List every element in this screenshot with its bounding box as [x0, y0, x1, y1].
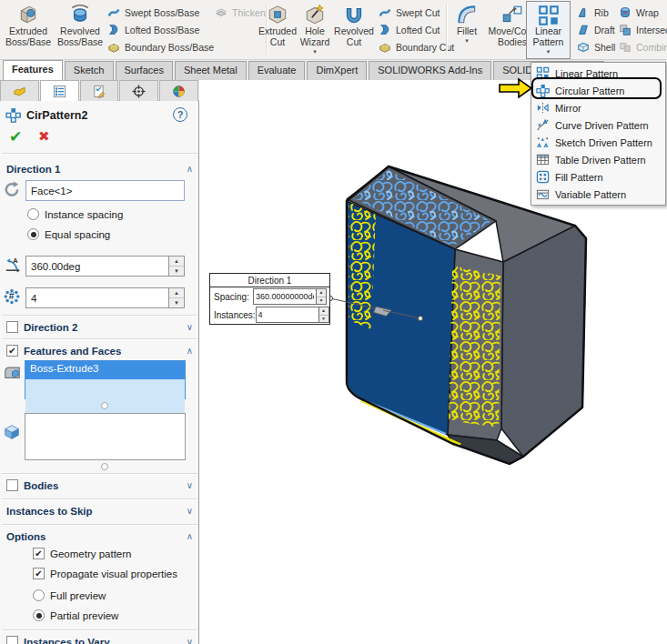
hole-wizard-button[interactable]: Hole Wizard ▾	[297, 2, 333, 58]
angle-input[interactable]	[25, 256, 169, 277]
spinner-down-icon[interactable]: ▼	[317, 297, 326, 305]
spinner-up-icon[interactable]: ▲	[169, 257, 184, 267]
spinner-up-icon[interactable]: ▲	[319, 307, 328, 316]
model-far-right-face[interactable]	[501, 226, 586, 457]
boundary-cut-button[interactable]: Boundary Cut	[379, 39, 454, 55]
features-faces-checkbox[interactable]: ✔	[6, 345, 18, 357]
ok-button[interactable]: ✔	[9, 127, 22, 146]
manager-tab-strip	[0, 80, 199, 101]
menu-item-variable-pattern[interactable]: Variable Pattern	[531, 186, 665, 203]
section-options[interactable]: Options ∧	[0, 528, 199, 545]
instance-count-input[interactable]	[25, 287, 169, 308]
list-resize-handle[interactable]	[101, 402, 108, 409]
menu-item-linear-pattern[interactable]: Linear Pattern	[531, 65, 665, 82]
section-instances-to-skip[interactable]: Instances to Skip ∨	[0, 502, 199, 519]
faces-to-pattern-list[interactable]	[25, 413, 186, 460]
section-instances-to-vary[interactable]: Instances to Vary ∨	[0, 633, 199, 644]
linear-pattern-button-pressed[interactable]: Linear Pattern ▾	[526, 1, 571, 59]
section-features-and-faces[interactable]: ✔ Features and Faces ∧	[0, 342, 199, 359]
revolved-cut-button[interactable]: Revolved Cut	[333, 2, 375, 58]
full-preview-option[interactable]: Full preview	[33, 589, 106, 601]
extruded-cut-button[interactable]: Extruded Cut	[257, 2, 298, 58]
propagate-visual-properties-checkbox[interactable]: ✔	[33, 568, 45, 579]
linear-pattern-dropdown-icon[interactable]: ▾	[527, 48, 570, 55]
partial-preview-option[interactable]: Partial preview	[33, 609, 118, 621]
propagate-visual-properties-option[interactable]: ✔ Propagate visual properties	[33, 568, 177, 579]
spinner-up-icon[interactable]: ▲	[169, 288, 184, 298]
spinner-up-icon[interactable]: ▲	[317, 289, 326, 297]
spinner-down-icon[interactable]: ▼	[169, 267, 184, 276]
callout-spacing-spinner[interactable]: ▲ ▼	[316, 289, 326, 304]
list-item-selected[interactable]: Boss-Extrude3	[25, 361, 185, 379]
callout-spacing-label: Spacing:	[214, 292, 249, 302]
angle-spinner[interactable]: ▲ ▼	[169, 256, 185, 277]
section-direction2[interactable]: Direction 2 ∨	[0, 318, 199, 336]
tab-sheet-metal[interactable]: Sheet Metal	[175, 61, 247, 80]
equal-spacing-radio[interactable]	[27, 228, 39, 240]
divider	[2, 629, 197, 630]
tab-evaluate[interactable]: Evaluate	[248, 61, 306, 80]
intersect-button[interactable]: Intersect	[619, 22, 667, 37]
tab-features[interactable]: Features	[3, 60, 63, 80]
section-direction1[interactable]: Direction 1 ∧	[0, 160, 199, 177]
tab-solidworks-add-ins[interactable]: SOLIDWORKS Add-Ins	[369, 61, 491, 80]
tab-sketch[interactable]: Sketch	[65, 61, 114, 80]
tab-featuremanager[interactable]	[0, 80, 39, 101]
shell-button[interactable]: Shell	[577, 39, 615, 55]
fillet-button[interactable]: Fillet ▾	[450, 2, 484, 58]
tab-propertymanager[interactable]	[40, 80, 79, 101]
swept-boss-button[interactable]: Swept Boss/Base	[107, 5, 199, 20]
rib-label: Rib	[594, 7, 609, 18]
menu-item-fill-pattern[interactable]: Fill Pattern	[531, 168, 665, 186]
spinner-down-icon[interactable]: ▼	[169, 298, 184, 307]
tab-configurationmanager[interactable]	[80, 80, 119, 101]
revolved-boss-button[interactable]: Revolved Boss/Base	[55, 2, 106, 58]
boundary-boss-button[interactable]: Boundary Boss/Base	[107, 39, 214, 55]
fillet-dropdown-icon[interactable]: ▾	[450, 37, 484, 44]
full-preview-radio[interactable]	[33, 589, 45, 601]
wrap-button[interactable]: Wrap	[619, 5, 659, 20]
callout-instances-input[interactable]	[257, 307, 318, 322]
tab-displaymanager[interactable]	[159, 80, 198, 101]
instance-spacing-option[interactable]: Instance spacing	[27, 208, 123, 220]
menu-item-curve-driven-pattern[interactable]: Curve Driven Pattern	[531, 116, 665, 134]
features-to-pattern-list[interactable]: Boss-Extrude3	[25, 360, 186, 399]
tab-surfaces[interactable]: Surfaces	[116, 61, 173, 80]
draft-button[interactable]: Draft	[577, 22, 615, 37]
swept-cut-button[interactable]: Swept Cut	[379, 5, 440, 20]
pattern-axis-input[interactable]	[25, 180, 185, 201]
partial-preview-radio[interactable]	[33, 609, 45, 621]
lofted-cut-button[interactable]: Lofted Cut	[379, 22, 440, 37]
geometry-pattern-checkbox[interactable]: ✔	[33, 548, 45, 559]
menu-item-mirror[interactable]: Mirror	[531, 99, 665, 116]
lofted-boss-label: Lofted Boss/Base	[125, 25, 199, 35]
extruded-boss-button[interactable]: Extruded Boss/Base	[4, 2, 53, 58]
equal-spacing-option[interactable]: Equal spacing	[27, 228, 110, 240]
list-resize-handle[interactable]	[101, 463, 108, 470]
tab-dimxpert[interactable]: DimXpert	[307, 61, 367, 80]
direction2-checkbox[interactable]	[6, 321, 18, 333]
instance-count-spinner[interactable]: ▲ ▼	[169, 287, 185, 308]
hole-wizard-dropdown-icon[interactable]: ▾	[297, 48, 333, 55]
rib-button[interactable]: Rib	[577, 5, 609, 20]
lofted-boss-button[interactable]: Lofted Boss/Base	[107, 22, 199, 37]
help-button[interactable]: ?	[173, 107, 187, 122]
callout-spacing-input[interactable]	[254, 289, 316, 304]
menu-item-sketch-driven-pattern[interactable]: Sketch Driven Pattern	[531, 134, 665, 151]
list-item-empty[interactable]	[25, 379, 185, 417]
checkmark-icon: ✔	[8, 347, 15, 356]
extruded-boss-label: Extruded Boss/Base	[4, 26, 53, 48]
menu-item-circular-pattern[interactable]: Circular Pattern	[531, 82, 665, 99]
bodies-checkbox[interactable]	[6, 479, 18, 491]
cancel-button[interactable]: ✖	[38, 128, 50, 145]
chevron-down-icon: ∨	[187, 323, 193, 332]
geometry-pattern-option[interactable]: ✔ Geometry pattern	[33, 548, 131, 559]
tab-dimxpertmanager[interactable]	[119, 80, 158, 101]
spinner-down-icon[interactable]: ▼	[319, 316, 328, 323]
instance-spacing-radio[interactable]	[27, 208, 39, 220]
callout-instances-spinner[interactable]: ▲ ▼	[318, 307, 328, 322]
menu-item-table-driven-pattern[interactable]: Table Driven Pattern	[531, 151, 665, 168]
instances-to-vary-checkbox[interactable]	[6, 636, 18, 644]
section-bodies[interactable]: Bodies ∨	[0, 477, 199, 494]
fill-pattern-icon	[536, 170, 550, 184]
